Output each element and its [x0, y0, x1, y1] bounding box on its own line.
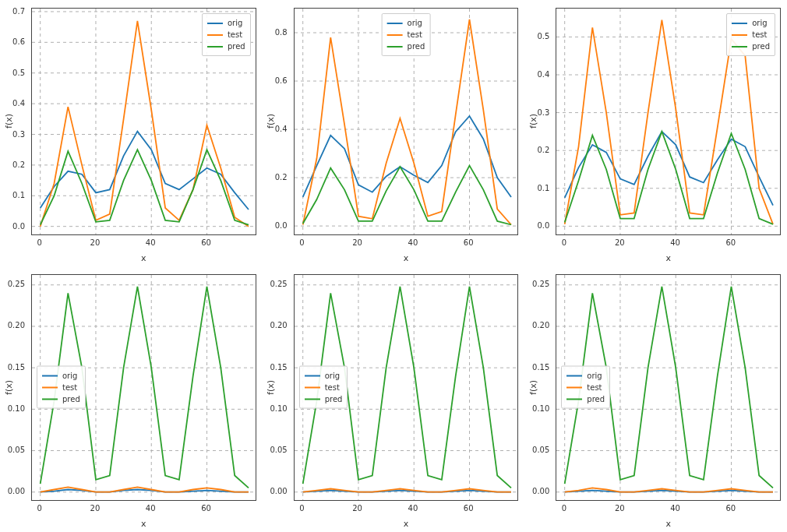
x-tick-label: 60 [201, 238, 211, 247]
legend-entry-orig: orig [732, 17, 770, 29]
legend-swatch-orig [207, 23, 223, 24]
y-tick-label: 0.4 [537, 70, 549, 79]
legend-entry-pred: pred [732, 41, 770, 52]
subplot-r1c2: origtestpred02040600.000.050.100.150.200… [524, 266, 787, 533]
legend-swatch-orig [42, 375, 58, 376]
x-tick-label: 0 [299, 504, 304, 513]
legend-label: orig [752, 17, 767, 29]
y-tick-label: 0.5 [12, 68, 25, 76]
legend-label: pred [62, 393, 80, 405]
x-tick-label: 0 [562, 504, 566, 513]
y-tick-label: 0.5 [537, 32, 549, 41]
x-tick-label: 0 [299, 238, 304, 247]
x-tick-label: 0 [37, 504, 42, 513]
x-tick-label: 40 [146, 238, 156, 247]
plot-area: origtestpred [294, 8, 519, 235]
legend-entry-pred: pred [207, 41, 245, 52]
series-line-orig [41, 489, 249, 491]
y-tick-label: 0.6 [275, 76, 288, 85]
x-tick-labels: 0204060 [556, 504, 781, 515]
y-axis-label: f(x) [266, 274, 277, 502]
y-axis-label: f(x) [3, 274, 14, 502]
legend-label: pred [408, 41, 425, 52]
legend-label: test [62, 382, 77, 393]
x-tick-labels: 0204060 [31, 238, 256, 249]
x-tick-label: 20 [90, 504, 101, 513]
x-tick-labels: 0204060 [556, 238, 781, 249]
legend-swatch-orig [305, 375, 320, 376]
legend-label: orig [228, 17, 242, 29]
legend: origtestpred [37, 366, 86, 409]
x-tick-label: 60 [725, 504, 736, 513]
legend-label: test [752, 29, 767, 41]
subplot-r0c0: origtestpred02040600.00.10.20.30.40.50.6… [0, 0, 263, 266]
y-axis-label: f(x) [266, 8, 277, 235]
subplot-r0c1: origtestpred02040600.00.20.40.60.8xf(x) [263, 0, 525, 266]
x-tick-label: 20 [615, 238, 625, 247]
legend-swatch-orig [732, 23, 747, 24]
legend-label: orig [62, 370, 77, 382]
x-tick-label: 40 [146, 504, 156, 513]
legend-label: test [325, 382, 340, 393]
legend-entry-orig: orig [566, 370, 605, 382]
y-tick-label: 0.2 [537, 146, 549, 154]
legend-swatch-pred [207, 46, 223, 48]
legend-swatch-pred [305, 398, 320, 400]
legend-swatch-pred [387, 46, 403, 48]
x-tick-labels: 0204060 [31, 504, 256, 515]
legend: origtestpred [561, 366, 610, 409]
y-tick-label: 0.4 [12, 99, 25, 107]
x-axis-label: x [31, 253, 256, 263]
plot-area: origtestpred [556, 8, 781, 235]
legend-label: pred [325, 393, 343, 405]
legend-entry-test: test [207, 29, 245, 41]
figure: origtestpred02040600.00.10.20.30.40.50.6… [0, 0, 787, 532]
plot-area: origtestpred [294, 274, 519, 502]
y-tick-label: 0.0 [537, 221, 549, 230]
legend: origtestpred [202, 13, 251, 56]
y-axis-label: f(x) [3, 8, 14, 235]
x-tick-label: 40 [670, 238, 680, 247]
legend-entry-orig: orig [207, 17, 245, 29]
legend-swatch-pred [732, 46, 747, 48]
x-tick-label: 20 [90, 238, 101, 247]
x-tick-label: 20 [615, 504, 625, 513]
legend-entry-test: test [732, 29, 770, 41]
x-tick-label: 40 [408, 238, 418, 247]
x-tick-label: 0 [562, 238, 566, 247]
y-tick-label: 0.2 [275, 173, 288, 181]
legend-label: orig [587, 370, 602, 382]
legend-label: pred [228, 41, 245, 52]
legend-swatch-pred [42, 398, 58, 400]
legend-entry-pred: pred [42, 393, 80, 405]
x-axis-label: x [31, 519, 256, 529]
x-tick-label: 40 [670, 504, 680, 513]
y-tick-label: 0.2 [12, 160, 25, 168]
legend: origtestpred [726, 13, 775, 56]
legend: origtestpred [382, 13, 431, 56]
y-tick-label: 0.8 [275, 28, 288, 37]
legend-label: test [408, 29, 422, 41]
y-tick-label: 0.4 [275, 125, 288, 133]
legend-label: pred [752, 41, 770, 52]
legend-label: pred [587, 393, 605, 405]
x-tick-label: 20 [352, 504, 362, 513]
y-axis-label: f(x) [528, 274, 538, 502]
legend-swatch-pred [566, 398, 582, 400]
x-axis-label: x [556, 519, 781, 529]
legend-swatch-test [387, 34, 403, 36]
plot-area: origtestpred [556, 274, 781, 502]
x-tick-label: 60 [725, 238, 736, 247]
series-line-pred [302, 166, 510, 225]
x-tick-labels: 0204060 [294, 504, 519, 515]
legend-entry-pred: pred [305, 393, 343, 405]
legend-label: orig [408, 17, 422, 29]
legend: origtestpred [299, 366, 348, 409]
series-line-orig [41, 132, 249, 210]
legend-entry-test: test [566, 382, 605, 393]
plot-area: origtestpred [31, 274, 256, 502]
x-axis-label: x [556, 253, 781, 263]
y-axis-label: f(x) [528, 8, 538, 235]
x-tick-label: 60 [201, 504, 211, 513]
plot-area: origtestpred [31, 8, 256, 235]
